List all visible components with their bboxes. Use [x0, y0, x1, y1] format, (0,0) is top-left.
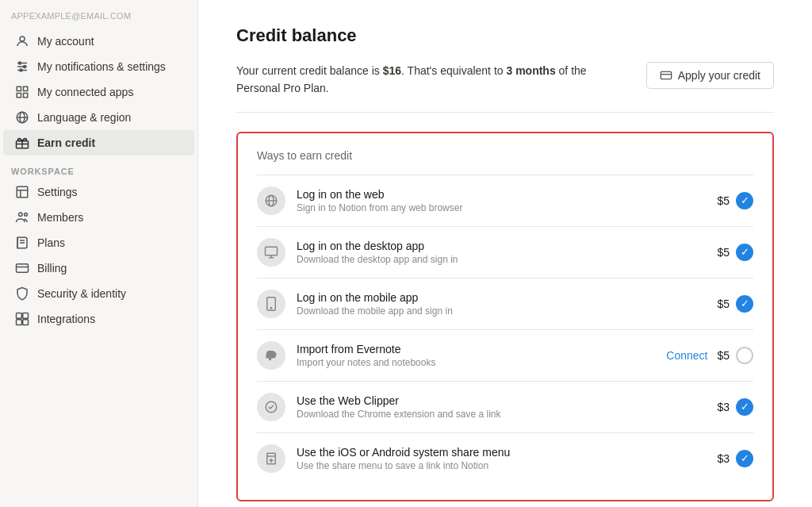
credit-description: Your current credit balance is $16. That… — [236, 62, 630, 98]
earn-item-web-login-amount: $5 — [717, 194, 730, 207]
evernote-connect-button[interactable]: Connect — [666, 349, 707, 362]
svg-rect-10 — [24, 94, 28, 98]
sidebar-item-language[interactable]: Language & region — [3, 105, 194, 130]
sidebar-item-my-account[interactable]: My account — [3, 29, 194, 54]
sidebar-item-security-label: Security & identity — [37, 287, 126, 300]
earn-item-web-clipper-title: Use the Web Clipper — [297, 394, 706, 407]
sidebar-item-integrations-label: Integrations — [37, 313, 95, 325]
svg-rect-27 — [17, 320, 22, 325]
sidebar-item-earn-credit[interactable]: Earn credit — [3, 130, 194, 156]
sidebar-item-billing-label: Billing — [37, 262, 67, 275]
earn-item-web-login-title: Log in on the web — [297, 188, 706, 201]
svg-rect-7 — [17, 86, 21, 90]
svg-rect-9 — [17, 94, 21, 98]
earn-credit-box: Ways to earn credit Log in on the web Si… — [236, 132, 774, 501]
user-email: APPEXAMPLE@EMAIL.COM — [0, 6, 197, 29]
svg-point-18 — [19, 213, 23, 217]
evernote-icon — [257, 341, 285, 370]
page-title: Credit balance — [236, 25, 774, 46]
sidebar-item-plans-label: Plans — [37, 236, 65, 249]
earn-item-mobile-login-right: $5 ✓ — [717, 295, 753, 313]
unchecked-circle-evernote — [736, 347, 753, 364]
sidebar-item-notifications[interactable]: My notifications & settings — [3, 54, 194, 79]
sidebar-item-connected-apps[interactable]: My connected apps — [3, 79, 194, 105]
earn-item-evernote-amount: $5 — [717, 349, 730, 362]
svg-point-5 — [24, 66, 26, 68]
svg-point-38 — [270, 307, 272, 309]
apps-icon — [14, 311, 30, 327]
earn-item-desktop-login: Log in on the desktop app Download the d… — [257, 226, 753, 278]
card-icon — [14, 260, 30, 276]
people-icon — [14, 209, 30, 225]
earn-item-mobile-login-info: Log in on the mobile app Download the mo… — [297, 291, 706, 317]
sidebar-item-notifications-label: My notifications & settings — [37, 60, 166, 73]
shield-icon — [14, 286, 30, 302]
earn-item-share-menu-amount: $3 — [717, 452, 730, 465]
earn-item-share-menu: Use the iOS or Android system share menu… — [257, 432, 753, 484]
globe-icon — [14, 109, 30, 125]
earn-item-desktop-login-amount: $5 — [717, 246, 730, 259]
earn-item-evernote: Import from Evernote Import your notes a… — [257, 329, 753, 381]
sidebar-item-language-label: Language & region — [37, 111, 131, 124]
sidebar-item-integrations[interactable]: Integrations — [3, 306, 194, 332]
sidebar-item-connected-apps-label: My connected apps — [37, 86, 133, 98]
check-icon-share: ✓ — [736, 450, 753, 467]
credit-header: Your current credit balance is $16. That… — [236, 62, 774, 113]
grid-icon — [14, 84, 30, 100]
workspace-section-label: WORKSPACE — [0, 156, 197, 179]
earn-item-share-menu-info: Use the iOS or Android system share menu… — [297, 446, 706, 471]
earn-item-desktop-login-title: Log in on the desktop app — [297, 240, 706, 252]
sidebar-item-members[interactable]: Members — [3, 205, 194, 230]
earn-item-mobile-login-title: Log in on the mobile app — [297, 291, 706, 304]
sidebar-item-billing[interactable]: Billing — [3, 255, 194, 281]
check-icon-web: ✓ — [736, 192, 753, 209]
earn-item-desktop-login-info: Log in on the desktop app Download the d… — [297, 240, 706, 265]
svg-rect-28 — [23, 320, 29, 325]
earn-item-web-login-info: Log in on the web Sign in to Notion from… — [297, 188, 706, 213]
earn-item-mobile-login-desc: Download the mobile app and sign in — [297, 305, 706, 317]
credit-card-icon — [660, 69, 672, 82]
earn-item-desktop-login-right: $5 ✓ — [717, 244, 753, 261]
sidebar-item-my-account-label: My account — [37, 35, 94, 48]
earn-item-evernote-info: Import from Evernote Import your notes a… — [297, 343, 655, 368]
svg-point-19 — [25, 213, 28, 216]
svg-rect-26 — [23, 313, 29, 319]
book-icon — [14, 235, 30, 251]
earn-item-mobile-login-amount: $5 — [717, 298, 730, 310]
earn-item-desktop-login-desc: Download the desktop app and sign in — [297, 254, 706, 265]
table-icon — [14, 184, 30, 200]
sidebar-item-security[interactable]: Security & identity — [3, 281, 194, 306]
sidebar-item-earn-credit-label: Earn credit — [37, 136, 95, 149]
earn-item-share-menu-title: Use the iOS or Android system share menu — [297, 446, 706, 459]
svg-rect-25 — [17, 313, 22, 319]
svg-rect-29 — [661, 71, 671, 79]
earn-item-web-clipper-info: Use the Web Clipper Download the Chrome … — [297, 394, 706, 420]
check-icon-mobile: ✓ — [736, 295, 753, 313]
svg-point-4 — [19, 62, 21, 64]
svg-rect-15 — [17, 186, 28, 198]
earn-item-evernote-right: Connect $5 — [666, 347, 753, 364]
gift-icon — [14, 135, 30, 151]
earn-item-web-clipper-right: $3 ✓ — [717, 398, 753, 416]
sidebar-item-settings-label: Settings — [37, 186, 78, 198]
sidebar-item-members-label: Members — [37, 211, 83, 224]
earn-item-evernote-desc: Import your notes and notebooks — [297, 357, 655, 368]
sidebar-item-settings[interactable]: Settings — [3, 179, 194, 205]
sidebar: APPEXAMPLE@EMAIL.COM My account My notif… — [0, 0, 198, 507]
earn-item-web-login-right: $5 ✓ — [717, 192, 753, 209]
earn-item-web-login: Log in on the web Sign in to Notion from… — [257, 175, 753, 226]
earn-item-web-clipper: Use the Web Clipper Download the Chrome … — [257, 381, 753, 432]
svg-rect-23 — [17, 264, 29, 273]
earn-item-share-menu-right: $3 ✓ — [717, 450, 753, 467]
sidebar-item-plans[interactable]: Plans — [3, 230, 194, 255]
svg-rect-8 — [24, 86, 28, 90]
mobile-icon — [257, 290, 285, 318]
main-content: Credit balance Your current credit balan… — [198, 0, 812, 507]
desktop-icon — [257, 238, 285, 267]
web-icon — [257, 186, 285, 215]
earn-item-mobile-login: Log in on the mobile app Download the mo… — [257, 278, 753, 329]
apply-credit-button[interactable]: Apply your credit — [646, 62, 774, 89]
earn-item-evernote-title: Import from Evernote — [297, 343, 655, 355]
svg-point-0 — [20, 36, 25, 41]
earn-box-title: Ways to earn credit — [257, 149, 753, 162]
